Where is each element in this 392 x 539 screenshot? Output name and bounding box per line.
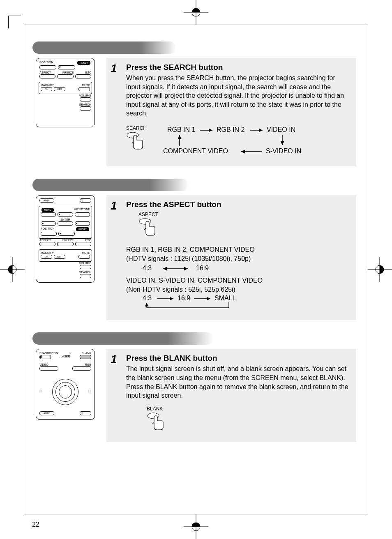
content-aspect: 1 Press the ASPECT button ASPECT RGB IN … (106, 195, 356, 320)
seq-4-3: 4:3 (143, 295, 152, 302)
remote-lbl-rgb: RGB (85, 363, 91, 366)
remote-lbl-auto2: AUTO (39, 411, 54, 415)
step-number: 1 (111, 200, 122, 312)
aspect-line3: VIDEO IN, S-VIDEO IN, COMPONENT VIDEO (126, 276, 350, 285)
remote-lbl-enter: ENTER (60, 218, 70, 221)
remote-lbl-magnify: MAGNIFY (41, 84, 54, 87)
seq-16-9: 16:9 (178, 295, 190, 302)
remote-lbl-search: SEARCH (79, 103, 91, 106)
section-header-bar (32, 179, 189, 191)
ratio-16-9: 16:9 (196, 265, 209, 272)
ratio-4-3: 4:3 (143, 265, 152, 272)
remote-lbl-aspect: ASPECT (39, 71, 51, 74)
remote-lbl-aspect2: ASPECT (39, 239, 51, 242)
remote-lbl-off: OFF (54, 87, 65, 91)
remote-diagram-blank: STANDBY/ON○BLANK ⏻LASER VIDEORGB ⬚ ⬚ AUT… (36, 349, 95, 420)
remote-lbl-laser: LASER (52, 355, 79, 359)
remote-lbl-search2: SEARCH (79, 271, 91, 274)
button-press-icon (126, 131, 147, 152)
step-body: When you press the SEARCH button, the pr… (126, 74, 350, 118)
section-search: POSITIONRESET ▼ ASPECTFREEZEESC MAGNIFYM… (32, 41, 356, 166)
registration-mark-right (367, 257, 392, 282)
registration-mark-bottom (184, 514, 208, 539)
button-press-icon (138, 217, 159, 238)
section-header-bar (32, 332, 213, 345)
flow-component-video: COMPONENT VIDEO (163, 147, 228, 154)
page-frame: POSITIONRESET ▼ ASPECTFREEZEESC MAGNIFYM… (24, 25, 368, 514)
press-label-search: SEARCH (126, 125, 147, 131)
remote-diagram-search: POSITIONRESET ▼ ASPECTFREEZEESC MAGNIFYM… (36, 58, 95, 127)
remote-lbl-reset2: RESET (76, 227, 89, 231)
aspect-line1: RGB IN 1, RGB IN 2, COMPONENT VIDEO (126, 245, 350, 254)
remote-lbl-position: POSITION (39, 61, 53, 65)
remote-lbl-magnify2: MAGNIFY (41, 251, 54, 254)
remote-lbl-video: VIDEO (39, 363, 48, 366)
section-aspect: AUTO⬚ MENUKEYSTONE ▲ ENTER ◄► POSITIONRE… (32, 179, 356, 320)
seq-small: SMALL (214, 295, 236, 302)
flow-rgb-in-1: RGB IN 1 (167, 126, 196, 133)
button-press-icon (147, 412, 167, 432)
remote-lbl-mute: MUTE (82, 84, 90, 87)
flow-video-in: VIDEO IN (267, 126, 295, 133)
remote-diagram-aspect: AUTO⬚ MENUKEYSTONE ▲ ENTER ◄► POSITIONRE… (36, 195, 95, 283)
step-number: 1 (111, 63, 122, 158)
press-label-blank: BLANK (147, 406, 350, 412)
remote-lbl-auto: AUTO (39, 198, 54, 203)
section-blank: STANDBY/ON○BLANK ⏻LASER VIDEORGB ⬚ ⬚ AUT… (32, 332, 356, 442)
remote-lbl-standby: STANDBY/ON (39, 352, 58, 355)
signal-flow-arrows: RGB IN 1 RGB IN 2 VIDEO IN S-VIDEO IN CO… (159, 125, 323, 158)
remote-lbl-keystone: KEYSTONE (74, 208, 90, 212)
press-label-aspect: ASPECT (138, 212, 350, 217)
content-blank: 1 Press the BLANK button The input signa… (106, 349, 356, 442)
aspect-line4: (Non-HDTV signals : 525i, 525p,625i) (126, 285, 350, 294)
remote-lbl-position2: POSITION (41, 227, 54, 231)
section-header-bar (32, 41, 176, 54)
remote-lbl-freeze2: FREEZE (62, 239, 74, 242)
page-number: 22 (32, 521, 39, 528)
remote-lbl-volume2: VOLUME (79, 262, 91, 265)
signal-flow-diagram: SEARCH (126, 125, 350, 158)
corner-mark (8, 16, 21, 28)
remote-lbl-volume: VOLUME (79, 94, 91, 97)
remote-lbl-blank: BLANK (82, 352, 91, 355)
remote-lbl-menu: MENU (42, 208, 54, 212)
flow-s-video-in: S-VIDEO IN (266, 147, 301, 154)
aspect-sequence: 4:3 16:9 SMALL (126, 294, 258, 310)
remote-lbl-reset: RESET (77, 61, 90, 65)
aspect-ratio-toggle: 4:3 16:9 (126, 263, 233, 274)
remote-lbl-esc: ESC (85, 71, 91, 74)
registration-mark-top (184, 0, 208, 25)
step-heading: Press the BLANK button (126, 354, 350, 363)
remote-lbl-esc2: ESC (85, 239, 91, 242)
registration-mark-left (0, 257, 25, 282)
remote-lbl-on: ON (41, 87, 52, 91)
remote-lbl-freeze: FREEZE (62, 71, 74, 74)
step-number: 1 (111, 354, 122, 433)
flow-rgb-in-2: RGB IN 2 (217, 126, 245, 133)
step-heading: Press the SEARCH button (126, 63, 350, 72)
step-body: The input signal screen is shut off, and… (126, 364, 350, 400)
remote-lbl-mute2: MUTE (82, 251, 90, 254)
step-heading: Press the ASPECT button (126, 200, 350, 209)
content-search: 1 Press the SEARCH button When you press… (106, 58, 356, 166)
aspect-line2: (HDTV signals : 1125i (1035i/1080i), 750… (126, 254, 350, 263)
